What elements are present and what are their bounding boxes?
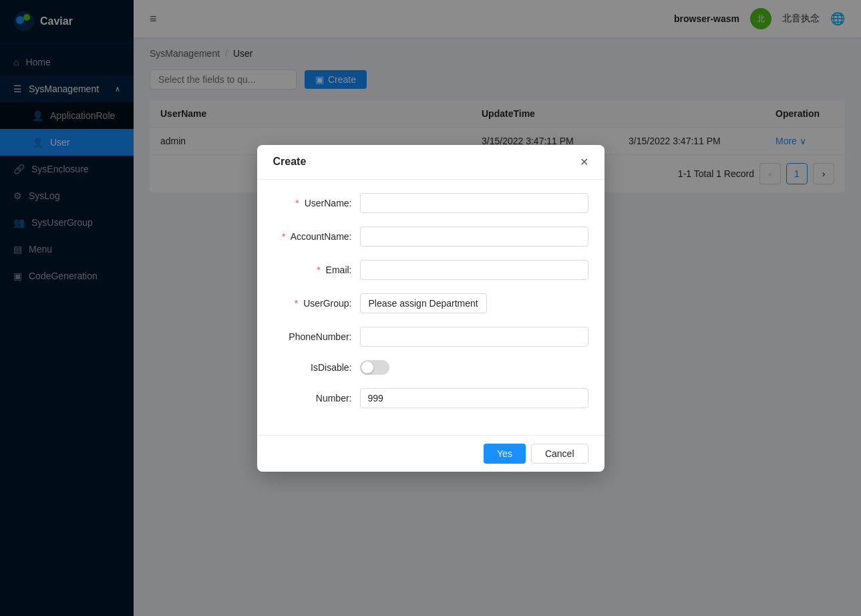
modal-body: * UserName: * AccountName: * xyxy=(257,180,605,435)
form-row-usergroup: * UserGroup: Please assign Department xyxy=(273,293,588,313)
cancel-button[interactable]: Cancel xyxy=(531,444,588,464)
accountname-required-star: * xyxy=(282,231,285,242)
modal-footer: Yes Cancel xyxy=(257,435,605,472)
assign-department-button[interactable]: Please assign Department xyxy=(360,293,487,313)
modal-title: Create xyxy=(273,156,307,168)
toggle-knob xyxy=(361,361,373,373)
number-input[interactable] xyxy=(360,388,588,408)
username-required-star: * xyxy=(295,198,299,208)
email-label: * Email: xyxy=(273,265,360,275)
modal-close-button[interactable]: ✕ xyxy=(580,156,588,168)
isdisable-label: IsDisable: xyxy=(273,362,360,373)
username-label: * UserName: xyxy=(273,198,360,208)
email-input[interactable] xyxy=(360,260,588,280)
phonenumber-input[interactable] xyxy=(360,327,588,347)
form-row-username: * UserName: xyxy=(273,193,588,213)
form-row-number: Number: xyxy=(273,388,588,408)
form-row-phonenumber: PhoneNumber: xyxy=(273,327,588,347)
create-modal: Create ✕ * UserName: * AccountName: xyxy=(257,145,605,472)
phonenumber-label: PhoneNumber: xyxy=(273,331,360,342)
usergroup-label: * UserGroup: xyxy=(273,298,360,309)
accountname-input[interactable] xyxy=(360,226,588,247)
form-row-email: * Email: xyxy=(273,260,588,280)
modal-overlay[interactable]: Create ✕ * UserName: * AccountName: xyxy=(0,0,861,616)
username-input[interactable] xyxy=(360,193,588,213)
form-row-isdisable: IsDisable: xyxy=(273,360,588,375)
usergroup-required-star: * xyxy=(295,298,298,309)
email-required-star: * xyxy=(317,265,320,275)
number-label: Number: xyxy=(273,393,360,404)
yes-button[interactable]: Yes xyxy=(484,444,526,464)
accountname-label: * AccountName: xyxy=(273,231,360,242)
isdisable-toggle[interactable] xyxy=(360,360,389,375)
modal-header: Create ✕ xyxy=(257,145,605,180)
form-row-accountname: * AccountName: xyxy=(273,226,588,247)
main: ≡ browser-wasm 北 北音执念 🌐 SysManagement / … xyxy=(134,0,861,616)
